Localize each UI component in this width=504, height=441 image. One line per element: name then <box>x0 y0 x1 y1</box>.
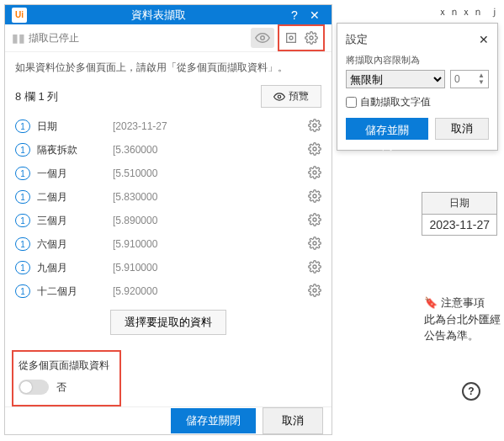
column-value: [2023-11-27 <box>113 120 308 132</box>
svg-point-11 <box>313 265 316 268</box>
column-row[interactable]: 1日期[2023-11-27 <box>10 114 326 138</box>
note-line: 此為台北外匯經 <box>424 311 501 328</box>
svg-point-9 <box>313 218 316 221</box>
svg-point-5 <box>313 124 316 127</box>
multi-page-label: 從多個頁面擷取資料 <box>19 359 114 373</box>
preview-button[interactable]: 預覽 <box>261 85 321 108</box>
toggle-value: 否 <box>56 381 66 393</box>
settings-cancel-button[interactable]: 取消 <box>435 118 489 140</box>
toolbar: ▮▮ <box>5 24 332 52</box>
column-row[interactable]: 1十二個月[5.920000 <box>10 279 326 303</box>
column-value: [5.360000 <box>113 144 308 156</box>
column-label: 三個月 <box>37 214 113 228</box>
svg-point-10 <box>313 242 316 245</box>
background-text: ｘｎｘｎ ｊ <box>438 5 501 19</box>
bg-date-value: 2023-11-27 <box>422 215 497 236</box>
help-icon[interactable]: ? <box>462 382 480 401</box>
column-badge: 1 <box>15 190 30 204</box>
column-badge: 1 <box>15 284 30 298</box>
svg-point-12 <box>313 289 316 292</box>
column-badge: 1 <box>15 237 30 251</box>
column-label: 六個月 <box>37 237 113 252</box>
gear-icon[interactable] <box>301 28 321 48</box>
preview-label: 預覽 <box>289 89 309 104</box>
svg-point-2 <box>289 36 293 40</box>
bookmark-icon: 🔖 <box>424 295 438 311</box>
extract-dialog: Ui 資料表擷取 ? ✕ ▮▮ 如果資料位於多個頁面上，請啟用「從多個頁面擷取資… <box>4 4 332 435</box>
column-row[interactable]: 1二個月[5.830000 <box>10 185 326 209</box>
row-gear-icon[interactable] <box>308 166 321 182</box>
column-row[interactable]: 1三個月[5.890000 <box>10 209 326 232</box>
column-row[interactable]: 1九個月[5.910000 <box>10 256 326 279</box>
row-gear-icon[interactable] <box>308 260 321 276</box>
limit-number[interactable]: 0▲▼ <box>450 70 489 88</box>
column-label: 一個月 <box>37 167 113 181</box>
pause-icon: ▮▮ <box>12 31 25 45</box>
column-value: [5.510000 <box>113 167 308 179</box>
column-badge: 1 <box>15 261 30 274</box>
row-gear-icon[interactable] <box>308 189 321 205</box>
svg-point-4 <box>278 95 281 98</box>
column-badge: 1 <box>15 214 30 227</box>
settings-subtitle: 將擷取內容限制為 <box>346 54 489 66</box>
column-value: [5.910000 <box>113 238 308 250</box>
multi-page-section: 從多個頁面擷取資料 否 <box>12 350 121 406</box>
multi-page-toggle[interactable] <box>19 380 49 395</box>
target-icon[interactable] <box>281 28 301 48</box>
column-label: 日期 <box>37 120 113 134</box>
settings-save-button[interactable]: 儲存並關閉 <box>346 118 428 140</box>
cancel-button[interactable]: 取消 <box>263 407 323 434</box>
column-row[interactable]: 1一個月[5.510000 <box>10 162 326 185</box>
row-gear-icon[interactable] <box>308 236 321 252</box>
settings-title: 設定 <box>346 32 479 47</box>
settings-button-group <box>278 24 325 51</box>
auto-extract-label: 自動擷取文字值 <box>360 95 431 109</box>
svg-point-7 <box>313 171 316 174</box>
row-gear-icon[interactable] <box>308 119 321 135</box>
close-button[interactable]: ✕ <box>305 8 325 22</box>
titlebar: Ui 資料表擷取 ? ✕ <box>5 5 332 24</box>
row-count: 8 欄 1 列 <box>15 89 261 104</box>
eye-icon[interactable] <box>251 28 274 48</box>
column-value: [5.920000 <box>113 285 308 297</box>
save-close-button[interactable]: 儲存並關閉 <box>171 408 256 433</box>
svg-point-8 <box>313 194 316 198</box>
column-value: [5.830000 <box>113 191 308 203</box>
limit-select[interactable]: 無限制 <box>346 70 445 88</box>
select-data-button[interactable]: 選擇要提取的資料 <box>110 310 226 335</box>
column-badge: 1 <box>15 120 30 133</box>
column-label: 十二個月 <box>37 284 113 299</box>
background-date-table: 日期 2023-11-27 <box>422 192 497 236</box>
column-row[interactable]: 1隔夜拆款[5.360000 <box>10 138 326 162</box>
help-button[interactable]: ? <box>284 8 305 22</box>
row-gear-icon[interactable] <box>308 213 321 229</box>
auto-extract-checkbox[interactable]: 自動擷取文字值 <box>346 95 489 109</box>
dialog-footer: 儲存並關閉 取消 <box>5 406 332 434</box>
svg-rect-1 <box>287 34 296 43</box>
column-label: 二個月 <box>37 190 113 205</box>
column-list: 1日期[2023-11-271隔夜拆款[5.3600001一個月[5.51000… <box>5 114 332 303</box>
hint-text: 如果資料位於多個頁面上，請啟用「從多個頁面擷取資料」。 <box>5 52 332 83</box>
column-label: 隔夜拆款 <box>37 143 113 157</box>
svg-point-0 <box>261 36 265 40</box>
bg-date-header: 日期 <box>422 192 497 215</box>
background-note: 🔖注意事項 此為台北外匯經 公告為準。 <box>424 295 501 344</box>
column-badge: 1 <box>15 167 30 180</box>
note-title: 注意事項 <box>441 295 485 311</box>
svg-point-3 <box>310 36 313 40</box>
settings-popup: 設定 ✕ 將擷取內容限制為 無限制 0▲▼ 自動擷取文字值 儲存並關閉 取消 <box>337 23 498 151</box>
settings-close-icon[interactable]: ✕ <box>479 33 489 46</box>
dialog-title: 資料表擷取 <box>32 8 284 23</box>
status-input[interactable] <box>29 32 251 44</box>
column-badge: 1 <box>15 143 30 157</box>
row-gear-icon[interactable] <box>308 142 321 158</box>
row-gear-icon[interactable] <box>308 284 321 300</box>
auto-extract-input[interactable] <box>346 97 357 108</box>
summary-row: 8 欄 1 列 預覽 <box>5 83 332 114</box>
column-value: [5.910000 <box>113 262 308 274</box>
svg-point-6 <box>313 147 316 151</box>
column-value: [5.890000 <box>113 215 308 226</box>
column-row[interactable]: 1六個月[5.910000 <box>10 232 326 256</box>
note-line: 公告為準。 <box>424 327 501 344</box>
column-label: 九個月 <box>37 261 113 275</box>
